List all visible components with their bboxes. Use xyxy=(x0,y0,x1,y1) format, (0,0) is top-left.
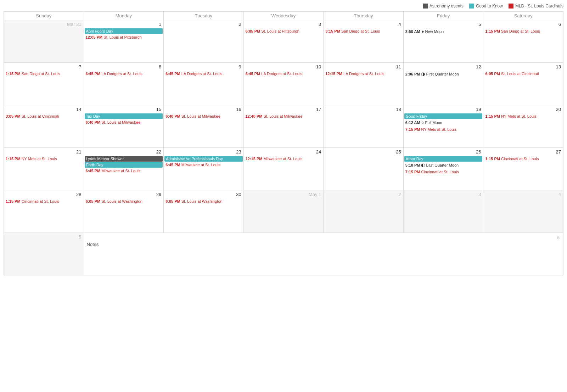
legend-mlb-label: MLB - St. Louis Cardinals xyxy=(515,4,563,9)
day-number: 25 xyxy=(324,149,403,155)
mlb-event: 6:45 PM LA Dodgers at St. Louis xyxy=(245,71,323,77)
day-number: 27 xyxy=(484,149,562,155)
mlb-event: 12:15 PM LA Dodgers at St. Louis xyxy=(324,71,403,77)
day-number: 4 xyxy=(484,191,562,198)
calendar-row: 281:15 PM Cincinnati at St. Louis296:05 … xyxy=(4,190,563,233)
header-sunday: Sunday xyxy=(4,12,84,20)
mlb-event: 6:45 PM Milwaukee at St. Louis xyxy=(164,162,243,168)
calendar-cell: 19Good Friday6:12 AM ○ Full Moon7:15 PM … xyxy=(403,105,483,148)
mlb-event: 6:05 PM St. Louis at Pittsburgh xyxy=(245,28,323,34)
day-number: 24 xyxy=(245,149,323,155)
calendar-cell: 106:45 PM LA Dodgers at St. Louis xyxy=(243,63,324,105)
astronomy-event: 2:06 PM ◑ First Quarter Moon xyxy=(404,71,483,78)
calendar-cell: 1112:15 PM LA Dodgers at St. Louis xyxy=(324,63,404,105)
day-number: 16 xyxy=(164,106,243,113)
mlb-event: 1:15 PM NY Mets at St. Louis xyxy=(5,156,83,162)
calendar-cell: 4 xyxy=(483,190,563,233)
mlb-event: 6:45 PM Milwaukee at St. Louis xyxy=(85,168,163,174)
calendar-cell: 25 xyxy=(324,148,404,190)
calendar-cell: 1April Fool's Day12:05 PM St. Louis at P… xyxy=(84,20,164,63)
day-number: 23 xyxy=(164,149,243,155)
mlb-event: 6:45 PM LA Dodgers at St. Louis xyxy=(164,71,243,77)
legend-astronomy: Astronomy events xyxy=(423,4,464,9)
day-number: 21 xyxy=(5,149,83,155)
calendar-cell: 5 xyxy=(4,233,84,275)
banner-event: Good Friday xyxy=(404,113,483,119)
calendar-cell: 271:15 PM Cincinnati at St. Louis xyxy=(483,148,563,190)
calendar-cell: 61:15 PM San Diego at St. Louis xyxy=(483,20,563,63)
legend-mlb-color xyxy=(509,4,513,9)
legend-goodtoknow-label: Good to Know xyxy=(476,4,503,9)
day-number: 3 xyxy=(245,21,323,28)
header-friday: Friday xyxy=(403,12,483,20)
day-number: 11 xyxy=(324,63,403,70)
day-number: 6 xyxy=(484,21,562,28)
calendar-cell: 71:15 PM San Diego at St. Louis xyxy=(4,63,84,105)
day-number: 18 xyxy=(324,106,403,113)
day-number: 26 xyxy=(404,149,483,155)
mlb-event: 12:15 PM Milwaukee at St. Louis xyxy=(245,156,323,162)
day-number: 4 xyxy=(324,21,403,28)
header-monday: Monday xyxy=(84,12,164,20)
mlb-event: 6:40 PM St. Louis at Milwaukee xyxy=(85,119,163,125)
mlb-event: 6:40 PM St. Louis at Milwaukee xyxy=(164,113,243,119)
mlb-event: 7:15 PM Cincinnati at St. Louis xyxy=(404,169,483,175)
day-number: 15 xyxy=(85,106,163,113)
day-number: 1 xyxy=(85,21,163,28)
calendar-cell: 143:05 PM St. Louis at Cincinnati xyxy=(4,105,84,148)
day-number: Mar 31 xyxy=(5,21,83,28)
calendar-table: Sunday Monday Tuesday Wednesday Thursday… xyxy=(4,11,563,275)
header-saturday: Saturday xyxy=(483,12,563,20)
astronomy-banner: Lyrids Meteor Shower xyxy=(85,156,163,162)
astronomy-event: 5:18 PM ◐ Last Quarter Moon xyxy=(404,162,483,169)
calendar-cell: 53:50 AM ● New Moon xyxy=(403,20,483,63)
mlb-event: 1:15 PM San Diego at St. Louis xyxy=(484,28,562,34)
banner-event: Arbor Day xyxy=(404,156,483,162)
day-number: 22 xyxy=(85,149,163,155)
mlb-event: 7:15 PM NY Mets at St. Louis xyxy=(404,127,483,132)
mlb-event: 1:15 PM Cincinnati at St. Louis xyxy=(484,156,562,162)
calendar-cell: 281:15 PM Cincinnati at St. Louis xyxy=(4,190,84,233)
calendar-cell: 2412:15 PM Milwaukee at St. Louis xyxy=(243,148,324,190)
calendar-cell: 2 xyxy=(164,20,244,63)
calendar-cell: 15Tax Day6:40 PM St. Louis at Milwaukee xyxy=(84,105,164,148)
day-number: 9 xyxy=(164,63,243,70)
calendar-cell: 1712:40 PM St. Louis at Milwaukee xyxy=(243,105,324,148)
mlb-event: 1:15 PM San Diego at St. Louis xyxy=(5,71,83,77)
day-number: 19 xyxy=(404,106,483,113)
day-number: 12 xyxy=(404,63,483,70)
calendar-header: Astronomy events Good to Know MLB - St. … xyxy=(4,4,563,9)
calendar-row: 56Notes xyxy=(4,233,563,275)
mlb-event: 12:40 PM St. Louis at Milwaukee xyxy=(245,113,323,119)
day-number: 30 xyxy=(164,191,243,198)
calendar-row: 71:15 PM San Diego at St. Louis86:45 PM … xyxy=(4,63,563,105)
calendar-cell: 136:05 PM St. Louis at Cincinnati xyxy=(483,63,563,105)
weekday-header-row: Sunday Monday Tuesday Wednesday Thursday… xyxy=(4,12,563,20)
legend: Astronomy events Good to Know MLB - St. … xyxy=(423,4,563,9)
header-thursday: Thursday xyxy=(324,12,404,20)
day-number: 13 xyxy=(484,63,562,70)
banner-event: Tax Day xyxy=(85,113,163,119)
banner-event: Administrative Professionals Day xyxy=(164,156,243,162)
calendar-cell: 166:40 PM St. Louis at Milwaukee xyxy=(164,105,244,148)
calendar-cell: 36:05 PM St. Louis at Pittsburgh xyxy=(243,20,324,63)
banner-event: Earth Day xyxy=(85,162,163,168)
calendar-cell: 2 xyxy=(324,190,404,233)
calendar-cell: 306:05 PM St. Louis at Washington xyxy=(164,190,244,233)
legend-astronomy-color xyxy=(423,4,428,9)
day-number: 14 xyxy=(5,106,83,113)
calendar-cell: 43:15 PM San Diego at St. Louis xyxy=(324,20,404,63)
mlb-event: 3:15 PM San Diego at St. Louis xyxy=(324,28,403,34)
day-number: 3 xyxy=(404,191,483,198)
mlb-event: 1:15 PM NY Mets at St. Louis xyxy=(484,113,562,119)
day-number: 2 xyxy=(324,191,403,198)
calendar-cell: 201:15 PM NY Mets at St. Louis xyxy=(483,105,563,148)
mlb-event: 1:15 PM Cincinnati at St. Louis xyxy=(5,198,83,204)
legend-goodtoknow: Good to Know xyxy=(469,4,503,9)
calendar-cell: 22Lyrids Meteor ShowerEarth Day6:45 PM M… xyxy=(84,148,164,190)
mlb-event: 6:05 PM St. Louis at Cincinnati xyxy=(484,71,562,77)
day-number: 7 xyxy=(5,63,83,70)
mlb-event: 6:05 PM St. Louis at Washington xyxy=(85,198,163,204)
day-number: May 1 xyxy=(245,191,323,198)
calendar-cell: 3 xyxy=(403,190,483,233)
